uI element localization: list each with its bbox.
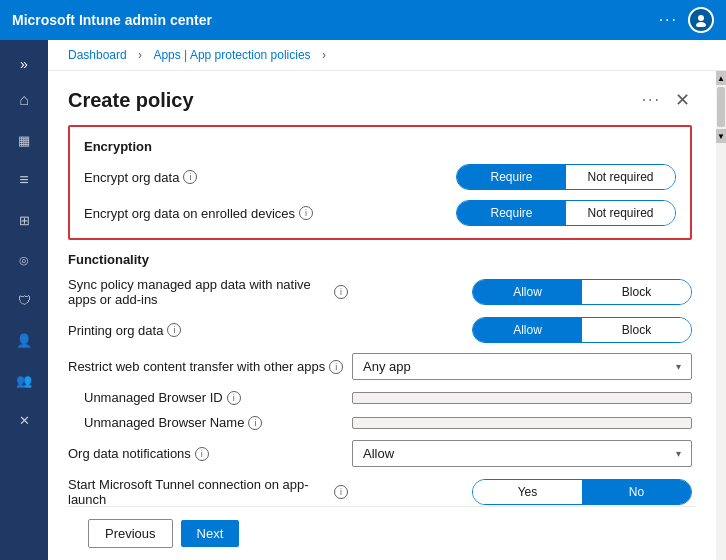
unmanaged-browser-name-label: Unmanaged Browser Name i	[68, 415, 352, 430]
encrypt-org-data-not-required-btn[interactable]: Not required	[566, 165, 675, 189]
avatar[interactable]	[688, 7, 714, 33]
sync-policy-label: Sync policy managed app data with native…	[68, 277, 348, 307]
encrypt-org-data-toggle: Require Not required	[456, 164, 676, 190]
breadcrumb-dashboard[interactable]: Dashboard	[68, 48, 127, 62]
unmanaged-browser-id-row: Unmanaged Browser ID i	[68, 390, 692, 405]
tunnel-toggle: Yes No	[472, 479, 692, 505]
printing-info-icon[interactable]: i	[167, 323, 181, 337]
unmanaged-browser-id-label: Unmanaged Browser ID i	[68, 390, 352, 405]
sidebar-item-circle[interactable]: ◎	[0, 240, 48, 280]
encryption-title: Encryption	[84, 139, 676, 154]
scrollbar-track: ▲ ▼	[716, 71, 726, 560]
unmanaged-browser-id-info-icon[interactable]: i	[227, 391, 241, 405]
functionality-title: Functionality	[68, 252, 692, 267]
sidebar-item-home[interactable]: ⌂	[0, 80, 48, 120]
sync-policy-block-btn[interactable]: Block	[582, 280, 691, 304]
encrypt-org-data-require-btn[interactable]: Require	[457, 165, 566, 189]
unmanaged-browser-name-input[interactable]	[352, 417, 692, 429]
restrict-web-dropdown[interactable]: Any app ▾	[352, 353, 692, 380]
breadcrumb: Dashboard › Apps | App protection polici…	[48, 40, 726, 71]
encrypt-org-data-label: Encrypt org data i	[84, 170, 456, 185]
tunnel-row: Start Microsoft Tunnel connection on app…	[68, 477, 692, 506]
tunnel-yes-btn[interactable]: Yes	[473, 480, 582, 504]
breadcrumb-apps[interactable]: Apps | App protection policies	[153, 48, 310, 62]
topbar-title: Microsoft Intune admin center	[12, 12, 659, 28]
tunnel-info-icon[interactable]: i	[334, 485, 348, 499]
encrypt-enrolled-not-required-btn[interactable]: Not required	[566, 201, 675, 225]
printing-row: Printing org data i Allow Block	[68, 317, 692, 343]
restrict-web-info-icon[interactable]: i	[329, 360, 343, 374]
circle-icon: ◎	[19, 254, 29, 267]
tunnel-label: Start Microsoft Tunnel connection on app…	[68, 477, 348, 506]
functionality-section: Functionality Sync policy managed app da…	[68, 252, 692, 506]
tunnel-no-btn[interactable]: No	[582, 480, 691, 504]
topbar: Microsoft Intune admin center ···	[0, 0, 726, 40]
unmanaged-browser-name-row: Unmanaged Browser Name i	[68, 415, 692, 430]
scrollbar-up-arrow[interactable]: ▲	[716, 71, 726, 85]
sync-policy-allow-btn[interactable]: Allow	[473, 280, 582, 304]
printing-label: Printing org data i	[68, 323, 472, 338]
panel-title: Create policy	[68, 89, 194, 112]
home-icon: ⌂	[19, 91, 29, 109]
panel-header: Create policy ··· ✕	[68, 87, 696, 113]
shield-icon: 🛡	[18, 293, 31, 308]
encrypt-org-data-info-icon[interactable]: i	[183, 170, 197, 184]
dashboard-icon: ▦	[18, 133, 30, 148]
org-notifications-info-icon[interactable]: i	[195, 447, 209, 461]
encrypt-enrolled-toggle: Require Not required	[456, 200, 676, 226]
sidebar: » ⌂ ▦ ≡ ⊞ ◎ 🛡 👤 👥 ✕	[0, 40, 48, 560]
scrollbar-down-arrow[interactable]: ▼	[716, 129, 726, 143]
users-icon: 👥	[16, 373, 32, 388]
panel-ellipsis-button[interactable]: ···	[642, 91, 661, 109]
org-notifications-chevron-icon: ▾	[676, 448, 681, 459]
restrict-web-row: Restrict web content transfer with other…	[68, 353, 692, 380]
encryption-section: Encryption Encrypt org data i Require No…	[68, 125, 692, 240]
unmanaged-browser-name-info-icon[interactable]: i	[248, 416, 262, 430]
sidebar-item-dashboard[interactable]: ▦	[0, 120, 48, 160]
scrollbar-thumb[interactable]	[717, 87, 725, 127]
sidebar-item-users[interactable]: 👥	[0, 360, 48, 400]
apps-icon: ⊞	[19, 213, 30, 228]
printing-block-btn[interactable]: Block	[582, 318, 691, 342]
footer: Previous Next	[68, 506, 696, 560]
org-notifications-dropdown[interactable]: Allow ▾	[352, 440, 692, 467]
sidebar-item-user[interactable]: 👤	[0, 320, 48, 360]
user-icon: 👤	[16, 333, 32, 348]
next-button[interactable]: Next	[181, 520, 240, 547]
printing-allow-btn[interactable]: Allow	[473, 318, 582, 342]
sync-policy-toggle: Allow Block	[472, 279, 692, 305]
org-notifications-row: Org data notifications i Allow ▾	[68, 440, 692, 467]
encrypt-org-data-row: Encrypt org data i Require Not required	[84, 164, 676, 190]
sidebar-chevron[interactable]: »	[0, 48, 48, 80]
sidebar-item-list[interactable]: ≡	[0, 160, 48, 200]
svg-point-1	[696, 22, 706, 27]
sidebar-item-apps[interactable]: ⊞	[0, 200, 48, 240]
list-icon: ≡	[19, 171, 28, 189]
svg-point-0	[698, 15, 704, 21]
close-button[interactable]: ✕	[669, 87, 696, 113]
topbar-ellipsis[interactable]: ···	[659, 11, 678, 29]
printing-toggle: Allow Block	[472, 317, 692, 343]
cross-icon: ✕	[19, 413, 30, 428]
encrypt-enrolled-label: Encrypt org data on enrolled devices i	[84, 206, 456, 221]
sidebar-item-shield[interactable]: 🛡	[0, 280, 48, 320]
sync-policy-row: Sync policy managed app data with native…	[68, 277, 692, 307]
encrypt-enrolled-row: Encrypt org data on enrolled devices i R…	[84, 200, 676, 226]
restrict-web-chevron-icon: ▾	[676, 361, 681, 372]
sync-policy-info-icon[interactable]: i	[334, 285, 348, 299]
sidebar-item-cross[interactable]: ✕	[0, 400, 48, 440]
restrict-web-label: Restrict web content transfer with other…	[68, 359, 348, 374]
unmanaged-browser-id-input[interactable]	[352, 392, 692, 404]
encrypt-enrolled-info-icon[interactable]: i	[299, 206, 313, 220]
previous-button[interactable]: Previous	[88, 519, 173, 548]
org-notifications-label: Org data notifications i	[68, 446, 352, 461]
encrypt-enrolled-require-btn[interactable]: Require	[457, 201, 566, 225]
form-scroll: Encryption Encrypt org data i Require No…	[68, 125, 696, 506]
